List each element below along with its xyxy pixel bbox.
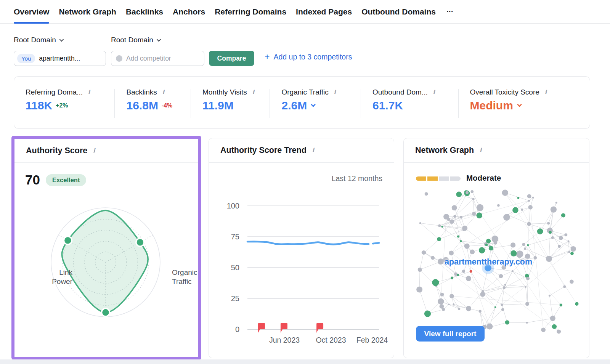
chevron-down-icon (59, 37, 64, 42)
scope-dropdown-label: Root Domain (14, 36, 56, 44)
toxicity-score-dropdown[interactable]: Medium (470, 99, 590, 112)
x-axis-tick: Oct 2023 (316, 336, 346, 345)
organic-traffic-dropdown[interactable]: 2.6M (282, 99, 361, 112)
network-graph-card: Network Graph Moderate apartmenttherapy.… (403, 138, 589, 358)
y-axis-tick: 50 (209, 263, 239, 272)
add-competitors-link[interactable]: + Add up to 3 competitors (265, 53, 352, 61)
info-icon[interactable] (87, 89, 92, 96)
info-icon[interactable] (332, 89, 337, 96)
authority-score-rating-badge: Excellent (46, 174, 86, 186)
report-tabs-nav: Overview Network Graph Backlinks Anchors… (0, 0, 610, 24)
radar-axis-link-power: Link Power (44, 268, 72, 286)
authority-score-trend-card: Authority Score Trend Last 12 months 100… (209, 138, 394, 358)
authority-score-highlight-frame: Authority Score 70 Excellent Link Power … (11, 136, 201, 360)
chevron-down-icon (157, 37, 161, 42)
metric-label: Overall Toxicity Score (470, 88, 539, 96)
scope-dropdown-you[interactable]: Root Domain (14, 35, 63, 45)
metric-label: Monthly Visits (202, 88, 247, 96)
metric-value: 118K+2% (26, 99, 114, 112)
google-update-flag[interactable] (316, 323, 323, 333)
metric-value: 16.8M-4% (127, 99, 191, 112)
y-axis-tick: 75 (209, 233, 239, 241)
tab-network-graph[interactable]: Network Graph (59, 0, 116, 23)
y-axis-tick: 0 (209, 325, 239, 334)
toxicity-level-label: Moderate (466, 173, 501, 183)
metric-monthly-visits: Monthly Visits 11.9M (191, 88, 270, 128)
gauge-segment (427, 176, 438, 181)
google-update-flag[interactable] (281, 323, 287, 333)
metric-label: Outbound Dom... (372, 88, 428, 96)
plus-icon: + (265, 53, 270, 61)
scope-dropdown-label: Root Domain (111, 36, 153, 44)
gauge-segment (439, 176, 449, 181)
metrics-summary-card: Referring Doma... 118K+2% Backlinks 16.8… (14, 76, 590, 129)
gauge-segment (450, 176, 461, 181)
tab-anchors[interactable]: Anchors (173, 0, 205, 23)
y-axis-tick: 100 (209, 202, 239, 210)
page-bottom-edge (0, 359, 610, 364)
card-title: Authority Score (26, 146, 87, 156)
card-header: Authority Score (14, 139, 198, 163)
view-full-report-button[interactable]: View full report (416, 326, 485, 342)
metric-delta: +2% (56, 102, 68, 109)
info-icon[interactable] (92, 147, 96, 154)
metric-label: Referring Doma... (26, 88, 83, 96)
card-title: Network Graph (415, 146, 474, 155)
metric-backlinks: Backlinks 16.8M-4% (115, 88, 191, 128)
tab-referring-domains[interactable]: Referring Domains (215, 0, 286, 23)
favicon-placeholder-icon (116, 55, 122, 62)
metric-label: Organic Traffic (282, 88, 329, 96)
toxicity-gauge (416, 176, 461, 181)
more-tabs-icon[interactable]: ••• (445, 7, 455, 16)
card-header: Network Graph (404, 138, 589, 163)
metric-label: Backlinks (127, 88, 157, 96)
metric-outbound-domains: Outbound Dom... 61.7K (361, 88, 458, 128)
radar-axis-organic-traffic: Organic Traffic (172, 268, 204, 286)
chevron-down-icon (311, 102, 316, 107)
metric-value: 11.9M (202, 99, 270, 112)
tab-indexed-pages[interactable]: Indexed Pages (296, 0, 352, 23)
gauge-segment (416, 176, 426, 181)
metric-delta: -4% (162, 102, 172, 109)
scope-dropdown-competitor[interactable]: Root Domain (111, 35, 160, 45)
metric-value: 61.7K (372, 99, 458, 112)
you-badge: You (17, 54, 35, 63)
main-domain-value: apartmentth... (39, 55, 80, 63)
info-icon[interactable] (432, 89, 437, 96)
y-axis-tick: 25 (209, 294, 239, 303)
metric-organic-traffic: Organic Traffic 2.6M (270, 88, 361, 128)
google-update-flag[interactable] (258, 323, 265, 333)
metric-referring-domains: Referring Doma... 118K+2% (14, 88, 114, 128)
x-axis-tick: Jun 2023 (269, 336, 300, 345)
network-center-domain-label: apartmenttherapy.com (445, 257, 532, 267)
info-icon[interactable] (543, 89, 548, 96)
x-axis-tick: Feb 2024 (356, 336, 388, 345)
tab-outbound-domains[interactable]: Outbound Domains (361, 0, 436, 23)
tab-overview[interactable]: Overview (14, 0, 49, 23)
authority-score-card: Authority Score 70 Excellent Link Power … (14, 139, 198, 357)
authority-score-radar-chart (29, 186, 182, 338)
chevron-down-icon (517, 102, 522, 107)
compare-button[interactable]: Compare (209, 51, 254, 66)
authority-score-value: 70 (25, 172, 40, 188)
add-competitor-input[interactable]: Add competitor (111, 51, 204, 66)
info-icon[interactable] (478, 147, 483, 154)
info-icon[interactable] (251, 89, 256, 96)
competitor-placeholder: Add competitor (126, 55, 171, 63)
add-competitors-label: Add up to 3 competitors (273, 53, 352, 61)
metric-toxicity-score: Overall Toxicity Score Medium (459, 88, 590, 128)
tab-backlinks[interactable]: Backlinks (126, 0, 163, 23)
main-domain-input[interactable]: You apartmentth... (14, 51, 106, 66)
info-icon[interactable] (161, 89, 166, 96)
